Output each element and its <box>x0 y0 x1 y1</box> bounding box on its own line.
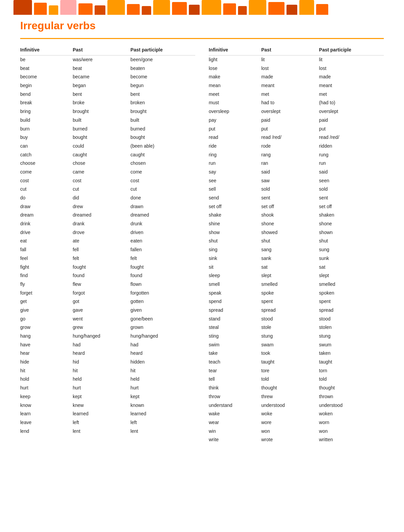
past-participle-cell: hit <box>131 367 195 375</box>
right-header-pp: Past participle <box>319 46 384 55</box>
past-participle-cell: gone/been <box>131 315 195 324</box>
past-participle-cell: drunk <box>131 220 195 228</box>
top-bar-block <box>172 2 187 15</box>
top-bar-block <box>299 0 314 15</box>
table-row: throwthrewthrown <box>209 392 384 401</box>
past-cell: paid <box>261 116 319 125</box>
table-row: choosechosechosen <box>20 159 195 168</box>
infinitive-cell: cost <box>20 177 73 185</box>
past-cell: smelled <box>261 280 319 289</box>
past-participle-cell: said <box>319 168 384 177</box>
top-bar-block <box>60 0 76 15</box>
table-row: singsangsung <box>209 245 384 254</box>
infinitive-cell: win <box>209 427 261 436</box>
past-participle-cell: taken <box>319 349 384 358</box>
past-cell: spoke <box>261 289 319 298</box>
past-participle-cell: stung <box>319 332 384 341</box>
infinitive-cell: know <box>20 401 73 410</box>
past-cell: got <box>73 297 131 306</box>
top-bar-block <box>127 4 140 15</box>
table-row: musthad to(had to) <box>209 99 384 107</box>
past-cell: was/were <box>73 55 131 64</box>
top-bar-block <box>49 5 58 15</box>
past-cell: won <box>261 427 319 436</box>
table-row: leaveleftleft <box>20 418 195 427</box>
table-row: hurthurthurt <box>20 384 195 392</box>
past-participle-cell: shaken <box>319 211 384 220</box>
infinitive-cell: can <box>20 142 73 151</box>
infinitive-cell: spend <box>209 297 261 306</box>
table-row: writewrotewritten <box>209 435 384 444</box>
past-participle-cell: meant <box>319 81 384 90</box>
infinitive-cell: set off <box>209 202 261 211</box>
past-participle-cell: lit <box>319 55 384 64</box>
table-row: buyboughtbought <box>20 133 195 142</box>
table-row: knowknewknown <box>20 401 195 410</box>
infinitive-cell: hurt <box>20 384 73 392</box>
table-row: breakbrokebroken <box>20 99 195 107</box>
past-cell: hurt <box>73 384 131 392</box>
past-participle-cell: gotten <box>131 297 195 306</box>
table-row: shineshoneshone <box>209 220 384 228</box>
past-participle-cell: torn <box>319 367 384 375</box>
infinitive-cell: be <box>20 55 73 64</box>
past-participle-cell: heard <box>131 349 195 358</box>
left-header-infinitive: Infinitive <box>20 46 73 55</box>
top-bar-block <box>153 0 170 15</box>
past-cell: rang <box>261 151 319 159</box>
infinitive-cell: bring <box>20 107 73 116</box>
past-participle-cell: smelled <box>319 280 384 289</box>
table-row: teartoretorn <box>209 367 384 375</box>
table-row: understandunderstoodunderstood <box>209 401 384 410</box>
past-cell: read /red/ <box>261 133 319 142</box>
infinitive-cell: feel <box>20 254 73 263</box>
infinitive-cell: buy <box>20 133 73 142</box>
table-row: drawdrewdrawn <box>20 202 195 211</box>
past-participle-cell: set off <box>319 202 384 211</box>
past-participle-cell: understood <box>319 401 384 410</box>
infinitive-cell: write <box>209 435 261 444</box>
infinitive-cell: tear <box>209 367 261 375</box>
table-row: shakeshookshaken <box>209 211 384 220</box>
table-row: cutcutcut <box>20 185 195 194</box>
past-cell: understood <box>261 401 319 410</box>
table-row: speakspokespoken <box>209 289 384 298</box>
past-cell: sent <box>261 194 319 202</box>
past-cell: brought <box>73 107 131 116</box>
table-row: loselostlost <box>209 64 384 73</box>
past-participle-cell: spread <box>319 306 384 315</box>
past-cell: drove <box>73 228 131 237</box>
past-cell: wore <box>261 418 319 427</box>
past-cell: made <box>261 73 319 81</box>
past-cell: heard <box>73 349 131 358</box>
past-participle-cell: cut <box>131 185 195 194</box>
past-participle-cell: brought <box>131 107 195 116</box>
past-participle-cell: shut <box>319 237 384 245</box>
infinitive-cell: hear <box>20 349 73 358</box>
past-cell: beat <box>73 64 131 73</box>
table-row: telltoldtold <box>209 375 384 384</box>
top-bar-block <box>268 2 284 15</box>
infinitive-cell: read <box>209 133 261 142</box>
past-participle-cell: sung <box>319 245 384 254</box>
table-row: eatateeaten <box>20 237 195 245</box>
table-row: bendbentbent <box>20 90 195 99</box>
infinitive-cell: wake <box>209 410 261 418</box>
infinitive-cell: get <box>20 297 73 306</box>
table-row: forgetforgotforgotten <box>20 289 195 298</box>
top-bar-block <box>189 5 200 15</box>
past-participle-cell: told <box>319 375 384 384</box>
top-bar-block <box>95 5 105 15</box>
past-cell: felt <box>73 254 131 263</box>
top-bar-block <box>142 6 151 15</box>
table-row: hithithit <box>20 367 195 375</box>
infinitive-cell: take <box>209 349 261 358</box>
table-row: makemademade <box>209 73 384 81</box>
left-header-pp: Past participle <box>131 46 195 55</box>
past-cell: left <box>73 418 131 427</box>
table-row: fallfellfallen <box>20 245 195 254</box>
infinitive-cell: learn <box>20 410 73 418</box>
infinitive-cell: draw <box>20 202 73 211</box>
past-participle-cell: cost <box>131 177 195 185</box>
past-cell: bent <box>73 90 131 99</box>
